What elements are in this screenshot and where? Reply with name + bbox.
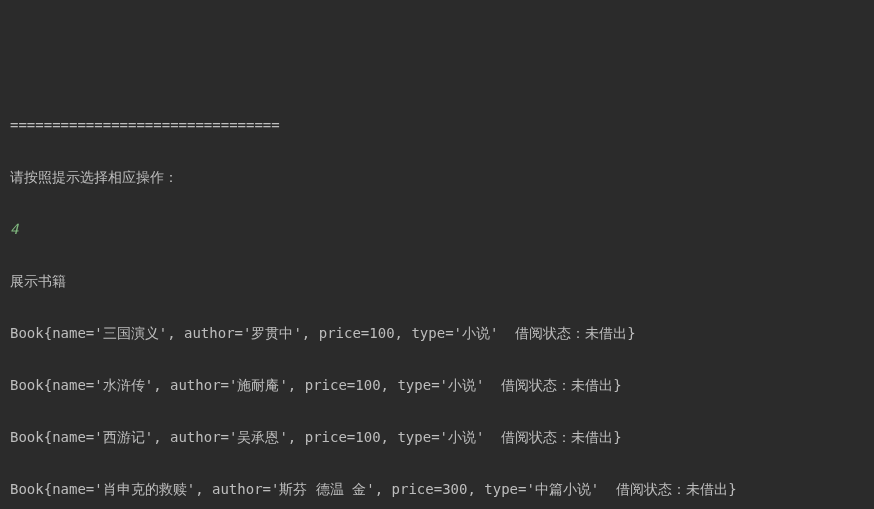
separator-top: ================================ xyxy=(10,112,864,138)
book-row: Book{name='三国演义', author='罗贯中', price=10… xyxy=(10,320,864,346)
prompt-select-operation: 请按照提示选择相应操作： xyxy=(10,164,864,190)
book-row: Book{name='肖申克的救赎', author='斯芬 德温 金', pr… xyxy=(10,476,864,502)
book-row: Book{name='水浒传', author='施耐庵', price=100… xyxy=(10,372,864,398)
show-books-label: 展示书籍 xyxy=(10,268,864,294)
user-input-1[interactable]: 4 xyxy=(10,216,864,242)
book-row: Book{name='西游记', author='吴承恩', price=100… xyxy=(10,424,864,450)
